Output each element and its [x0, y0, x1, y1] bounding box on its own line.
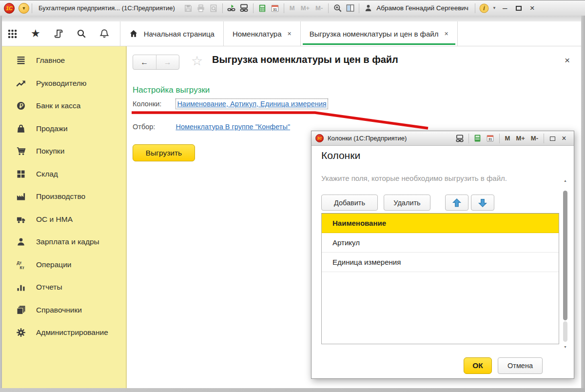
page-title: Выгрузка номенклатуры и цен в файл: [212, 54, 398, 65]
filter-row: Отбор: Номенклатура В группе "Конфеты": [133, 123, 290, 131]
history-icon[interactable]: [54, 29, 63, 39]
list-item[interactable]: Единица измерения: [322, 253, 559, 272]
sidebar-item-manager[interactable]: Руководителю: [2, 72, 126, 95]
divider: [284, 3, 284, 13]
dialog-maximize-button[interactable]: [546, 134, 558, 143]
sidebar-item-reports[interactable]: Отчеты: [2, 276, 126, 299]
sidebar-item-production[interactable]: Производство: [2, 185, 126, 208]
scrollbar-thumb[interactable]: [563, 191, 567, 320]
list-item[interactable]: Артикул: [322, 233, 559, 253]
sidebar-item-salary-hr[interactable]: Зарплата и кадры: [2, 231, 126, 254]
tab-export-nomenclature[interactable]: Выгрузка номенклатуры и цен в файл ×: [301, 21, 458, 46]
svg-text:Кт: Кт: [20, 265, 24, 270]
window-titlebar: 1С ▼ Бухгалтерия предприятия... (1С:Пред…: [0, 0, 585, 16]
zoom-icon[interactable]: [331, 2, 344, 14]
back-button[interactable]: ←: [133, 55, 156, 69]
scrollbar-track: [563, 321, 567, 342]
memory-plus-button[interactable]: M+: [513, 135, 527, 142]
close-window-button[interactable]: ×: [526, 3, 539, 13]
divider: [544, 134, 544, 143]
sidebar-item-bank-cash[interactable]: Банк и касса: [2, 95, 126, 118]
split-window-icon[interactable]: [344, 2, 356, 14]
main-menu-dropdown-icon[interactable]: ▼: [19, 3, 29, 14]
notifications-icon[interactable]: [99, 29, 109, 39]
save-icon[interactable]: [182, 2, 195, 14]
gear-icon: [16, 328, 26, 337]
maximize-button[interactable]: [512, 3, 526, 13]
filter-label: Отбор:: [133, 123, 155, 131]
calculator-icon[interactable]: [471, 133, 484, 144]
columns-link[interactable]: Наименование, Артикул, Единица измерения: [177, 100, 326, 108]
divider: [222, 3, 223, 13]
sidebar-item-fixed-assets[interactable]: ОС и НМА: [2, 208, 126, 231]
tab-nomenclature[interactable]: Номенклатура ×: [224, 21, 301, 46]
preview-icon[interactable]: [207, 2, 220, 14]
ruble-icon: [16, 101, 26, 111]
tab-label: Начальная страница: [144, 30, 214, 38]
get-link-icon[interactable]: [225, 2, 238, 14]
trend-icon: [16, 78, 26, 88]
list-item[interactable]: Наименование: [322, 214, 559, 233]
cart-icon: [16, 146, 26, 156]
export-button[interactable]: Выгрузить: [133, 144, 195, 161]
memory-recall-button[interactable]: M: [287, 4, 298, 12]
sidebar-item-warehouse[interactable]: Склад: [2, 163, 126, 186]
calendar-icon[interactable]: 31: [269, 2, 281, 14]
truck-icon: [16, 215, 26, 224]
svg-text:31: 31: [488, 137, 492, 141]
svg-text:Дт: Дт: [17, 260, 21, 265]
move-down-button[interactable]: [471, 195, 494, 211]
move-up-button[interactable]: [445, 195, 468, 211]
arrow-up-icon: [452, 198, 462, 208]
tab-close-icon[interactable]: ×: [288, 30, 292, 38]
page-close-button[interactable]: ×: [565, 55, 570, 66]
ok-button[interactable]: ОК: [464, 357, 492, 374]
sidebar-item-main[interactable]: Главное: [2, 49, 126, 72]
scroll-down-icon[interactable]: ▼: [562, 345, 568, 349]
print-icon[interactable]: [195, 2, 207, 14]
calendar-icon[interactable]: 31: [484, 133, 497, 144]
current-user[interactable]: Абрамов Геннадий Сергеевич: [376, 4, 468, 12]
sidebar-item-purchases[interactable]: Покупки: [2, 140, 126, 163]
dialog-close-button[interactable]: ×: [558, 134, 570, 143]
favorites-icon[interactable]: ★: [31, 27, 40, 40]
tab-label: Выгрузка номенклатуры и цен в файл: [310, 30, 439, 38]
active-tab-underline: [303, 43, 455, 45]
get-link-icon[interactable]: [453, 133, 466, 144]
go-to-link-icon[interactable]: [238, 2, 251, 14]
tab-home[interactable]: Начальная страница: [120, 21, 224, 46]
memory-minus-button[interactable]: M-: [312, 4, 326, 12]
info-icon[interactable]: i: [478, 2, 490, 14]
filter-link[interactable]: Номенклатура В группе "Конфеты": [176, 123, 290, 131]
sidebar-item-references[interactable]: Справочники: [2, 299, 126, 322]
apps-menu-icon[interactable]: [7, 29, 18, 39]
search-icon[interactable]: [77, 29, 86, 39]
tab-close-icon[interactable]: ×: [444, 30, 448, 38]
memory-plus-button[interactable]: M+: [298, 4, 312, 12]
barchart-icon: [16, 282, 26, 292]
forward-button[interactable]: →: [156, 55, 179, 69]
sidebar-item-operations[interactable]: ДтКт Операции: [2, 254, 126, 276]
app-logo-icon[interactable]: 1С: [4, 3, 15, 14]
scrollbar[interactable]: ▲ ▼: [562, 179, 568, 349]
columns-list: Наименование Артикул Единица измерения: [321, 213, 559, 344]
memory-minus-button[interactable]: M-: [528, 135, 541, 142]
window-border-right: [581, 16, 585, 392]
minimize-button[interactable]: –: [498, 3, 512, 13]
chevron-down-icon[interactable]: ▼: [490, 6, 498, 10]
cancel-button[interactable]: Отмена: [498, 357, 543, 374]
sections-sidebar: Главное Руководителю Банк и касса Продаж…: [2, 46, 127, 388]
add-button[interactable]: Добавить: [321, 195, 378, 211]
sidebar-item-sales[interactable]: Продажи: [2, 118, 126, 140]
memory-recall-button[interactable]: M: [502, 135, 513, 142]
favorite-star-icon[interactable]: ☆: [191, 53, 203, 69]
scroll-up-icon[interactable]: ▲: [562, 179, 568, 182]
divider: [328, 3, 329, 13]
bag-icon: [16, 124, 26, 134]
factory-icon: [16, 192, 26, 201]
calculator-icon[interactable]: [256, 2, 269, 14]
remove-button[interactable]: Удалить: [384, 195, 430, 211]
sidebar-item-administration[interactable]: Администрирование: [2, 321, 126, 344]
dialog-titlebar: 1С Колонки (1С:Предприятие) 31 M M+ M- ×: [312, 131, 574, 146]
panel-tools: ★: [0, 21, 120, 46]
